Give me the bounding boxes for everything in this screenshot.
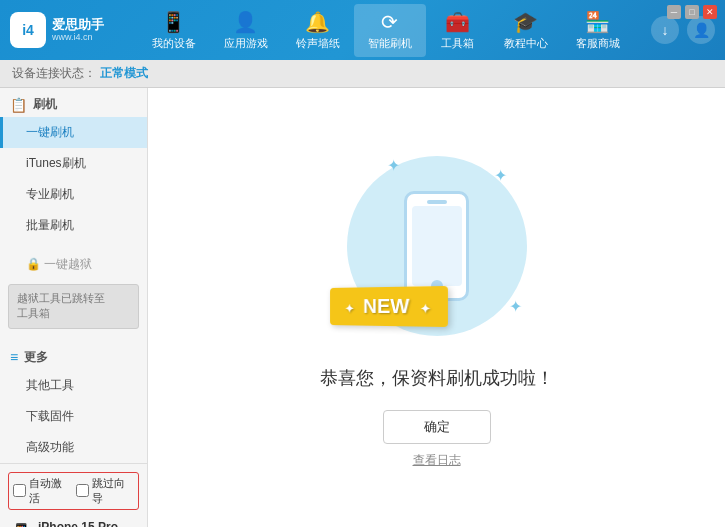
success-area: ✦ ✦ ✦ NEW 恭喜您，保资料刷机成功啦！ 确定 查看日志 [148, 88, 725, 527]
sidebar-item-other-tools[interactable]: 其他工具 [0, 370, 147, 401]
confirm-button[interactable]: 确定 [383, 410, 491, 444]
account-button[interactable]: 👤 [687, 16, 715, 44]
auto-activate-checkbox[interactable]: 自动激活 [13, 476, 72, 506]
more-section-label: 更多 [24, 349, 48, 366]
nav-store-label: 客服商城 [576, 36, 620, 51]
header: i4 爱思助手 www.i4.cn 📱 我的设备 👤 应用游戏 🔔 铃声墙纸 ⟳ [0, 0, 725, 60]
phone-illustration: ✦ ✦ ✦ NEW [337, 146, 537, 346]
phone-body [404, 191, 469, 301]
download-button[interactable]: ↓ [651, 16, 679, 44]
status-label: 设备连接状态： [12, 65, 96, 82]
sidebar-item-one-key-flash[interactable]: 一键刷机 [0, 117, 147, 148]
nav-my-device-label: 我的设备 [152, 36, 196, 51]
flash-section-icon: 📋 [10, 97, 27, 113]
minimize-button[interactable]: ─ [667, 5, 681, 19]
device-info: iPhone 15 Pro Max 512GB iPhone [38, 520, 137, 527]
flash-section-label: 刷机 [33, 96, 57, 113]
nav-my-device[interactable]: 📱 我的设备 [138, 4, 210, 57]
device-name: iPhone 15 Pro Max [38, 520, 137, 527]
header-right: ↓ 👤 [651, 16, 715, 44]
sidebar-section-more: ≡ 更多 [0, 341, 147, 370]
my-device-icon: 📱 [161, 10, 186, 34]
nav-toolbox[interactable]: 🧰 工具箱 [426, 4, 490, 57]
sidebar-item-advanced[interactable]: 高级功能 [0, 432, 147, 463]
nav-toolbox-label: 工具箱 [441, 36, 474, 51]
new-badge: NEW [330, 286, 448, 327]
smart-flash-icon: ⟳ [381, 10, 398, 34]
skip-setup-checkbox[interactable]: 跳过向导 [76, 476, 135, 506]
sidebar-item-jailbreak-disabled: 🔒 一键越狱 [0, 249, 147, 280]
success-message: 恭喜您，保资料刷机成功啦！ [320, 366, 554, 390]
store-icon: 🏪 [585, 10, 610, 34]
sidebar-item-itunes-flash[interactable]: iTunes刷机 [0, 148, 147, 179]
logo-area: i4 爱思助手 www.i4.cn [10, 12, 120, 48]
nav-smart-flash-label: 智能刷机 [368, 36, 412, 51]
log-link[interactable]: 查看日志 [413, 452, 461, 469]
nav-tutorials[interactable]: 🎓 教程中心 [490, 4, 562, 57]
sidebar: 📋 刷机 一键刷机 iTunes刷机 专业刷机 批量刷机 🔒 一键越狱 越狱工具… [0, 88, 148, 527]
status-bar: 设备连接状态： 正常模式 [0, 60, 725, 88]
sidebar-item-pro-flash[interactable]: 专业刷机 [0, 179, 147, 210]
sidebar-footer: 自动激活 跳过向导 📱 iPhone 15 Pro Max 512GB iPho… [0, 463, 147, 527]
nav-store[interactable]: 🏪 客服商城 [562, 4, 634, 57]
maximize-button[interactable]: □ [685, 5, 699, 19]
sidebar-section-flash: 📋 刷机 [0, 88, 147, 117]
logo-text: 爱思助手 www.i4.cn [52, 17, 104, 43]
phone-speaker [427, 200, 447, 204]
sidebar-item-batch-flash[interactable]: 批量刷机 [0, 210, 147, 241]
close-button[interactable]: ✕ [703, 5, 717, 19]
jailbreak-redirect-box: 越狱工具已跳转至 工具箱 [8, 284, 139, 329]
content-area: ✦ ✦ ✦ NEW 恭喜您，保资料刷机成功啦！ 确定 查看日志 [148, 88, 725, 527]
device-item: 📱 iPhone 15 Pro Max 512GB iPhone [8, 516, 139, 527]
device-phone-icon: 📱 [10, 522, 32, 527]
sidebar-item-download-fw[interactable]: 下载固件 [0, 401, 147, 432]
nav-tutorials-label: 教程中心 [504, 36, 548, 51]
nav-apps-games[interactable]: 👤 应用游戏 [210, 4, 282, 57]
auto-activate-input[interactable] [13, 484, 26, 497]
phone-screen [412, 206, 462, 286]
logo-icon: i4 [10, 12, 46, 48]
ringtones-icon: 🔔 [305, 10, 330, 34]
app-url: www.i4.cn [52, 32, 104, 43]
skip-setup-input[interactable] [76, 484, 89, 497]
nav-bar: 📱 我的设备 👤 应用游戏 🔔 铃声墙纸 ⟳ 智能刷机 🧰 工具箱 🎓 教 [120, 4, 651, 57]
status-value: 正常模式 [100, 65, 148, 82]
sparkle-1: ✦ [387, 156, 400, 175]
nav-smart-flash[interactable]: ⟳ 智能刷机 [354, 4, 426, 57]
toolbox-icon: 🧰 [445, 10, 470, 34]
main-layout: 📋 刷机 一键刷机 iTunes刷机 专业刷机 批量刷机 🔒 一键越狱 越狱工具… [0, 88, 725, 527]
sidebar-checkbox-row: 自动激活 跳过向导 [8, 472, 139, 510]
more-section-icon: ≡ [10, 349, 18, 365]
sparkle-3: ✦ [509, 297, 522, 316]
tutorials-icon: 🎓 [513, 10, 538, 34]
sparkle-2: ✦ [494, 166, 507, 185]
apps-games-icon: 👤 [233, 10, 258, 34]
nav-ringtones-label: 铃声墙纸 [296, 36, 340, 51]
nav-apps-games-label: 应用游戏 [224, 36, 268, 51]
nav-ringtones[interactable]: 🔔 铃声墙纸 [282, 4, 354, 57]
app-name: 爱思助手 [52, 17, 104, 33]
